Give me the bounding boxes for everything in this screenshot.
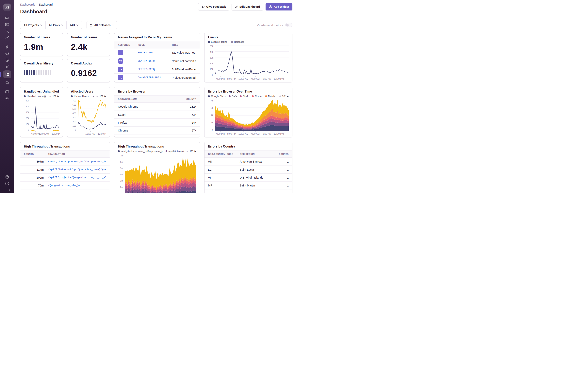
table-row: Mobile Safari 22k — [114, 134, 200, 137]
y-axis: 50k40k30k20k10k0 — [208, 45, 215, 76]
transaction-link[interactable]: /api/0/internal/rpc/{service_name}/{meth… — [48, 168, 106, 171]
x-tick-label: 12:00 PM — [274, 77, 284, 80]
issue-link[interactable]: SENTRY-16H8 — [138, 60, 172, 63]
sidebar-item-broadcasts[interactable] — [3, 180, 11, 187]
country-region: Saint Martin — [240, 184, 275, 187]
col-transaction: TRANSACTION — [48, 153, 106, 155]
pager-next-icon[interactable]: ▶ — [287, 95, 289, 97]
sidebar-item-dashboards[interactable] — [3, 70, 11, 78]
sidebar-item-explore[interactable] — [3, 28, 11, 34]
country-region: American Samoa — [240, 160, 275, 163]
country-code: VI — [208, 176, 240, 179]
table-header: COUNT() TRANSACTION — [20, 150, 110, 158]
give-feedback-label: Give Feedback — [206, 5, 226, 8]
sidebar-item-crons[interactable] — [3, 63, 11, 70]
broadcast-icon — [5, 181, 9, 186]
issue-link[interactable]: SENTRY-32ZQ — [138, 68, 172, 71]
give-feedback-button[interactable]: Give Feedback — [198, 3, 229, 10]
widget-title: High Throughput Transactions — [118, 145, 196, 148]
x-tick-label: 12:00 AM — [39, 133, 49, 135]
country-code: MF — [208, 184, 240, 187]
date-range-label: 24H — [70, 23, 75, 27]
browser-count: 22k — [178, 137, 196, 138]
pager-next-icon[interactable]: ▶ — [105, 95, 106, 97]
y-tick-label: 2m — [120, 186, 123, 188]
x-tick-label: 4:00 AM — [251, 77, 260, 80]
pager-next-icon[interactable]: ▶ — [58, 95, 59, 97]
transaction-link[interactable]: /{organization_slug}/ — [48, 184, 106, 187]
breadcrumb-separator-icon: › — [37, 3, 38, 6]
browser-name: Safari — [118, 113, 178, 116]
breadcrumb-current: Dashboard — [39, 3, 53, 6]
sidebar-item-releases[interactable] — [3, 79, 11, 85]
chevron-down-icon — [40, 24, 42, 26]
y-tick-label: 10k — [25, 123, 29, 126]
misery-bar — [36, 69, 37, 75]
widget-errors-by-browser-over-time: Errors by Browser Over Time Google Chrom… — [204, 87, 293, 137]
sidebar-collapse-button[interactable] — [7, 188, 11, 193]
legend-known-users: Known Users : cour — [71, 95, 94, 98]
widget-title: Overall Apdex — [71, 62, 106, 65]
issue-link[interactable]: JAVASCRIPT-1BG2 — [138, 76, 172, 79]
transaction-count: 114m — [24, 168, 44, 171]
legend-dot — [208, 41, 210, 43]
legend-dot — [71, 95, 73, 97]
browser-name: Mobile Safari — [118, 137, 178, 138]
transaction-link[interactable]: /api/0/projects/{organization_id_or_slug… — [48, 176, 106, 179]
pager-prev-icon[interactable]: ◀ — [49, 95, 51, 97]
add-widget-button[interactable]: Add Widget — [266, 3, 293, 10]
environment-filter[interactable]: All Envs — [45, 21, 66, 29]
sidebar-item-issues[interactable] — [3, 15, 11, 21]
country-count: 1 — [275, 168, 289, 171]
x-tick-label: 12:00 P — [98, 133, 106, 135]
sidebar-item-insights[interactable] — [3, 34, 11, 41]
edit-dashboard-button[interactable]: Edit Dashboard — [231, 3, 263, 10]
sidebar-item-help[interactable] — [3, 174, 11, 180]
sentry-logo[interactable] — [3, 3, 11, 11]
y-tick-label: 4m — [120, 173, 123, 176]
pager-prev-icon[interactable]: ◀ — [187, 150, 188, 152]
main-content: Dashboards › Dashboard Dashboard Give Fe… — [14, 0, 294, 193]
sidebar-item-performance[interactable] — [3, 44, 11, 50]
legend-google-chrome: Google Chrome — [208, 95, 226, 98]
legend-dot — [118, 150, 120, 152]
misery-bar — [26, 69, 28, 75]
col-country-code: GEO.COUNTRY_CODE — [208, 153, 240, 155]
pager-prev-icon[interactable]: ◀ — [279, 95, 281, 97]
y-tick-label: 6m — [120, 161, 123, 163]
ondemand-metrics-toggle[interactable] — [285, 23, 293, 27]
sidebar-item-projects[interactable] — [3, 21, 11, 28]
table-header: GEO.COUNTRY_CODE GEO.REGION COUNT() — [205, 150, 292, 158]
table-row: TE JAVASCRIPT-1BG2 Project creation fail… — [114, 73, 200, 82]
siren-icon — [5, 65, 9, 69]
breadcrumb-dashboards[interactable]: Dashboards — [20, 3, 35, 6]
issue-link[interactable]: SENTRY-VD5 — [138, 51, 172, 54]
sidebar-item-settings[interactable] — [3, 95, 11, 101]
sidebar-item-feedback[interactable] — [3, 50, 11, 57]
y-tick-label: 0 — [75, 129, 76, 131]
browser-count: 73k — [178, 113, 196, 116]
sidebar-nav — [3, 15, 11, 101]
release-filter-label: All Releases — [94, 23, 111, 27]
release-filter[interactable]: All Releases — [86, 21, 117, 29]
col-title: TITLE — [172, 44, 196, 46]
project-filter[interactable]: All Projects — [20, 21, 45, 29]
widget-number-of-issues: Number of Issues 2.4k — [67, 33, 110, 56]
widget-events: Events Events : count() Releases 50k40k3… — [204, 33, 293, 82]
widget-errors-by-browser: Errors by Browser BROWSER.NAME COUNT() G… — [114, 87, 200, 137]
pager-prev-icon[interactable]: ◀ — [96, 95, 98, 97]
country-count: 1 — [275, 160, 289, 163]
transaction-link[interactable]: sentry.tasks.process_buffer.process_incr — [48, 160, 106, 163]
country-count: 1 — [275, 176, 289, 179]
date-range-filter[interactable]: 24H — [66, 21, 82, 29]
y-tick-label: 50k — [25, 100, 29, 102]
chart-legend: Handled : count() ◀ 1/3 ▶ — [24, 95, 59, 98]
misery-bar — [43, 69, 44, 75]
sidebar-item-stats[interactable] — [3, 88, 11, 95]
sidebar-item-replays[interactable] — [3, 57, 11, 63]
x-tick-label: 12:00 PM — [274, 133, 284, 135]
clock-replay-icon — [5, 58, 9, 62]
pager-next-icon[interactable]: ▶ — [195, 150, 196, 152]
avatar: TE — [118, 67, 123, 72]
table-row: Chrome 57k — [114, 126, 200, 134]
